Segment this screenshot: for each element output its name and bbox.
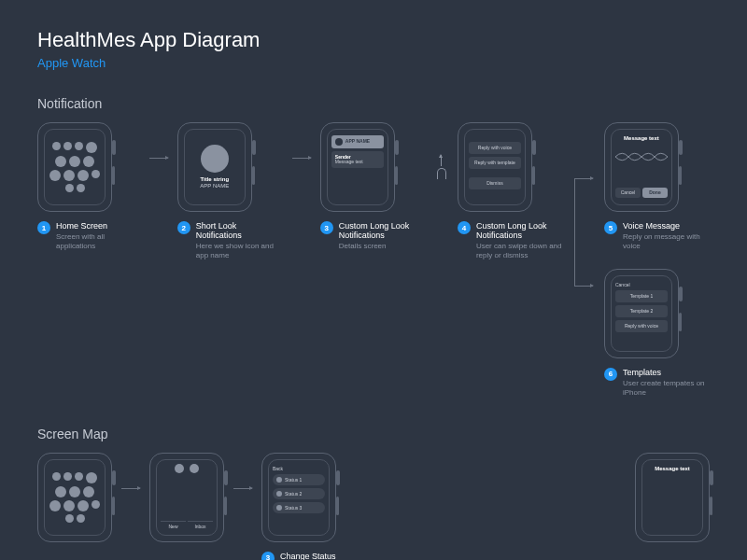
step-1: 1 Home Screen Screen with all applicatio… [37,122,140,252]
app-grid-icon [49,133,101,201]
step-3: APP NAME Sender Message text 3 Custom Lo… [320,122,426,251]
message-text-label: Message text [655,466,690,472]
step-text: Details screen [339,242,426,251]
watch-home [37,453,112,542]
page-subtitle: Apple Watch [37,56,710,70]
step-title: Change Status [280,552,374,560]
watch-inbox: New Inbox [149,453,224,542]
app-icon-small [335,138,343,146]
notification-row: 1 Home Screen Screen with all applicatio… [37,122,710,399]
swipe-down-icon [437,155,446,179]
arrow-icon [121,488,140,489]
reply-voice-button[interactable]: Reply with voice [615,320,668,332]
watch-message: Message text [635,453,710,542]
step-title: Templates [623,368,710,377]
screenmap-row: New Inbox Back Status 1 Status 2 Status … [37,453,710,560]
map-home [37,453,112,542]
template-2-button[interactable]: Template 2 [615,305,668,317]
waveform-icon [615,146,668,168]
step-badge: 1 [37,221,50,234]
step-badge: 6 [604,368,617,381]
step-4: Reply with voice Reply with template Dis… [458,122,563,261]
status-1-button[interactable]: Status 1 [273,474,325,485]
arrow-icon [233,488,252,489]
map-message: Message text [635,453,710,542]
watch-change-status: Back Status 1 Status 2 Status 3 [261,453,336,542]
watch-voice-message: Message text Cancel Done [604,122,679,212]
step-badge: 4 [458,221,471,234]
status-3-button[interactable]: Status 3 [273,502,325,513]
map-step-3: Back Status 1 Status 2 Status 3 3 Change… [261,453,374,560]
reply-template-button[interactable]: Reply with template [469,157,521,169]
step-5: Message text Cancel Done 5 Voice Message… [604,122,710,252]
template-1-button[interactable]: Template 1 [615,290,668,302]
section-notification-label: Notification [37,96,710,111]
step-badge: 3 [320,221,333,234]
section-screenmap-label: Screen Map [37,427,710,441]
done-button[interactable]: Done [642,188,668,198]
title-string: Title string [200,176,229,183]
message-text-label: Message text [624,135,659,142]
reply-voice-button[interactable]: Reply with voice [469,142,521,154]
step-text: User create tempates on iPhone [623,379,710,399]
arrow-icon [292,158,311,159]
page-title: HealthMes App Diagram [37,28,710,52]
watch-home [37,122,112,212]
step-text: Screen with all applications [56,232,140,252]
watch-reply-options: Reply with voice Reply with template Dis… [458,122,532,212]
step-2: Title string APP NAME 2 Short Look Notif… [177,122,283,261]
dismiss-button[interactable]: Dismiss [469,177,521,189]
tab-inbox[interactable]: Inbox [188,521,213,531]
app-name-label: APP NAME [200,183,229,189]
watch-long-look: APP NAME Sender Message text [320,122,395,212]
step-title: Custom Long Look Notifications [339,221,426,240]
notif-header-card: APP NAME [331,135,384,148]
step-badge: 2 [177,221,190,234]
watch-templates: Cancel Template 1 Template 2 Reply with … [604,269,679,358]
step-text: Here we show icon and app name [196,242,283,261]
step-badge: 3 [261,552,275,560]
step-title: Short Look Notifications [196,221,283,240]
step-badge: 5 [604,221,617,234]
app-icon [201,145,229,173]
message-card: Sender Message text [331,151,384,168]
step-title: Home Screen [56,221,140,231]
watch-short-look: Title string APP NAME [177,122,252,212]
step-title: Voice Message [623,221,710,231]
status-2-button[interactable]: Status 2 [273,488,325,499]
step-title: Custom Long Look Notifications [476,221,563,240]
dot-icon [175,464,184,473]
step-text: Reply on message with voice [623,232,710,252]
app-name: APP NAME [345,139,370,145]
arrow-icon [149,158,168,159]
split-arrow-icon [574,141,593,309]
message-text: Message text [335,160,380,164]
cancel-button[interactable]: Cancel [615,188,641,198]
cancel-link[interactable]: Cancel [615,282,630,287]
dot-icon [190,464,199,473]
step-6: Cancel Template 1 Template 2 Reply with … [604,269,710,399]
back-link[interactable]: Back [273,466,283,471]
map-inbox: New Inbox [149,453,224,542]
step-text: User can swipe down and reply or dismiss [476,242,563,261]
app-grid-icon [49,464,101,531]
tab-new[interactable]: New [161,521,186,531]
